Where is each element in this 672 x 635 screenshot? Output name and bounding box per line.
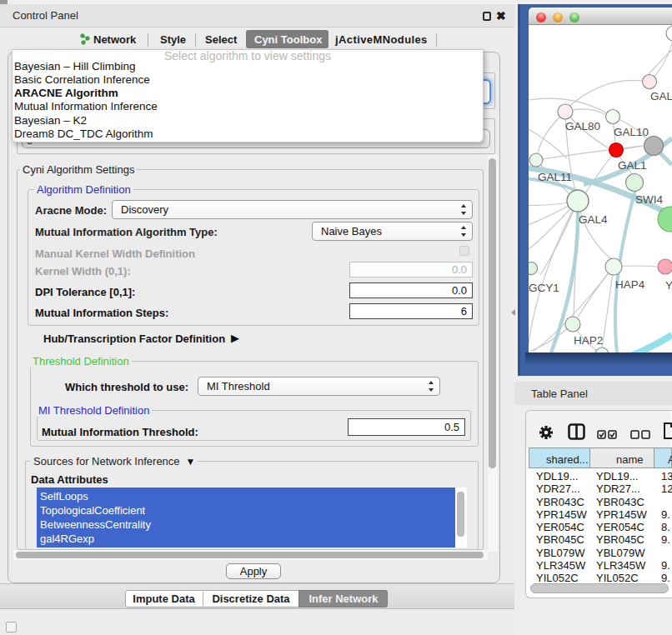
- svg-text:HAP2: HAP2: [574, 334, 603, 347]
- svg-text:Y: Y: [665, 279, 672, 292]
- svg-text:GCY1: GCY1: [529, 282, 559, 294]
- svg-text:GAL11: GAL11: [538, 171, 572, 183]
- svg-text:HAP4: HAP4: [615, 278, 645, 291]
- svg-text:GAL4: GAL4: [579, 213, 608, 226]
- svg-text:GAL: GAL: [650, 90, 672, 102]
- svg-text:SWI4: SWI4: [635, 193, 663, 206]
- svg-text:GAL80: GAL80: [565, 120, 600, 132]
- svg-text:GAL1: GAL1: [618, 159, 647, 172]
- svg-text:GAL10: GAL10: [614, 126, 649, 138]
